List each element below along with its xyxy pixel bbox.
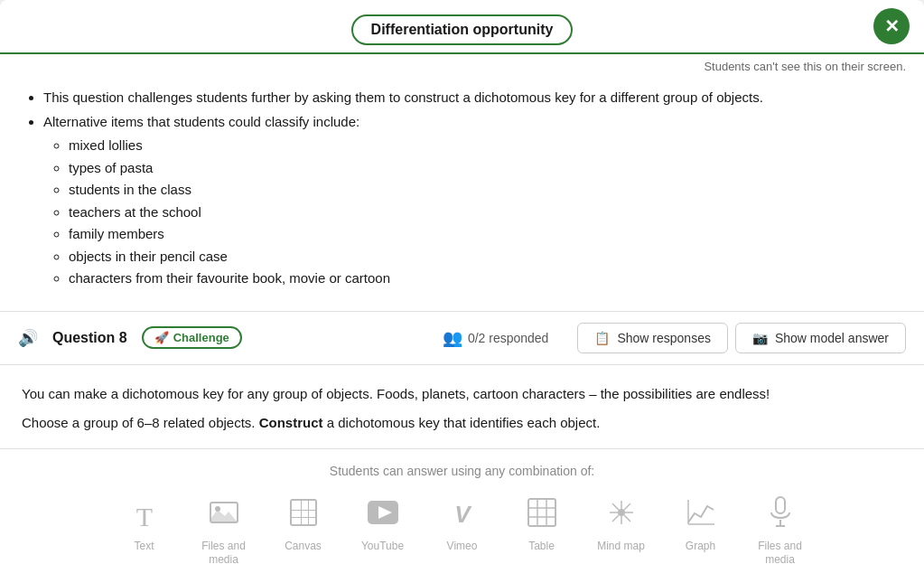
challenge-badge: 🚀 Challenge [142, 326, 242, 349]
svg-rect-12 [528, 499, 555, 526]
svg-marker-2 [210, 510, 238, 522]
model-icon: 📷 [752, 331, 768, 345]
tool-files-media-2-label: Files and media [751, 540, 809, 565]
sub-item: objects in their pencil case [69, 247, 902, 268]
svg-rect-5 [291, 510, 316, 511]
challenge-label: Challenge [173, 331, 229, 344]
tool-files-media-2: Files and media [751, 493, 809, 565]
sub-list: mixed lollies types of pasta students in… [43, 136, 902, 289]
svg-rect-28 [776, 497, 785, 513]
sub-item: family members [69, 224, 902, 245]
text-icon: T [125, 493, 164, 532]
tool-vimeo: V Vimeo [434, 493, 491, 554]
people-icon: 👥 [443, 328, 462, 348]
sub-item: mixed lollies [69, 136, 902, 156]
show-model-answer-button[interactable]: 📷 Show model answer [735, 323, 906, 353]
question-label: Question 8 [52, 330, 127, 346]
svg-line-23 [624, 503, 630, 510]
mic-icon [761, 493, 800, 532]
action-buttons: 📋 Show responses 📷 Show model answer [577, 323, 906, 353]
tool-table: Table [513, 493, 571, 554]
svg-text:V: V [454, 500, 472, 527]
sub-item: teachers at the school [69, 202, 902, 223]
svg-line-24 [612, 515, 619, 522]
table-icon [522, 493, 562, 532]
question-body: You can make a dichotomous key for any g… [0, 365, 924, 449]
sub-item: students in the class [69, 180, 902, 201]
youtube-icon [363, 493, 403, 532]
svg-line-25 [624, 515, 630, 522]
close-icon: ✕ [884, 15, 900, 37]
students-note: Students can't see this on their screen. [0, 54, 924, 73]
responded-info: 👥 0/2 responded [443, 328, 549, 348]
close-button[interactable]: ✕ [873, 8, 910, 44]
tool-mindmap: Mind map [593, 493, 650, 554]
tool-text: T Text [116, 493, 173, 554]
tool-files-label: Files and media [195, 540, 253, 565]
svg-rect-4 [291, 500, 316, 525]
sub-item: types of pasta [69, 158, 902, 179]
files-media-icon [204, 493, 244, 532]
vimeo-icon: V [443, 493, 482, 532]
canvas-icon [284, 493, 323, 532]
answer-tools-section: Students can answer using any combinatio… [0, 449, 924, 565]
svg-rect-6 [301, 500, 302, 525]
tool-table-label: Table [528, 540, 555, 554]
construct-bold: Construct [259, 415, 323, 430]
svg-rect-7 [291, 517, 316, 518]
svg-point-17 [618, 509, 625, 516]
tool-mindmap-label: Mind map [597, 540, 645, 554]
show-model-label: Show model answer [775, 331, 889, 345]
question-line-2: Choose a group of 6–8 related objects. C… [22, 412, 902, 434]
modal-container: Differentiation opportunity ✕ Students c… [0, 0, 924, 564]
graph-icon [681, 493, 721, 532]
differentiation-badge: Differentiation opportunity [351, 14, 574, 45]
tool-vimeo-label: Vimeo [447, 540, 478, 554]
tool-files-media: Files and media [195, 493, 253, 565]
content-area: This question challenges students furthe… [0, 73, 924, 312]
answer-tools-label: Students can answer using any combinatio… [22, 464, 902, 478]
tools-row: T Text Files and media [22, 493, 902, 565]
svg-text:T: T [135, 502, 152, 528]
tool-youtube: YouTube [354, 493, 412, 554]
responded-text: 0/2 responded [468, 331, 549, 345]
bullet-item-1: This question challenges students furthe… [43, 88, 902, 108]
bullet-item-2: Alternative items that students could cl… [43, 112, 902, 289]
sound-icon: 🔊 [18, 328, 38, 348]
responses-icon: 📋 [594, 331, 610, 345]
tool-canvas-label: Canvas [285, 540, 322, 554]
question-line-1: You can make a dichotomous key for any g… [22, 383, 902, 405]
rocket-icon: 🚀 [154, 331, 169, 344]
svg-rect-8 [308, 500, 309, 525]
mindmap-icon [602, 493, 641, 532]
tool-graph-label: Graph [686, 540, 715, 554]
question-bar: 🔊 Question 8 🚀 Challenge 👥 0/2 responded… [0, 312, 924, 365]
tool-canvas: Canvas [275, 493, 332, 554]
show-responses-button[interactable]: 📋 Show responses [577, 323, 728, 353]
tool-youtube-label: YouTube [361, 540, 404, 554]
tool-graph: Graph [672, 493, 730, 554]
top-bar: Differentiation opportunity ✕ [0, 0, 924, 54]
svg-line-22 [612, 503, 619, 510]
show-responses-label: Show responses [617, 331, 711, 345]
tool-text-label: Text [134, 540, 154, 554]
sub-item: characters from their favourite book, mo… [69, 268, 902, 289]
main-list: This question challenges students furthe… [22, 88, 902, 289]
svg-point-3 [215, 506, 220, 512]
